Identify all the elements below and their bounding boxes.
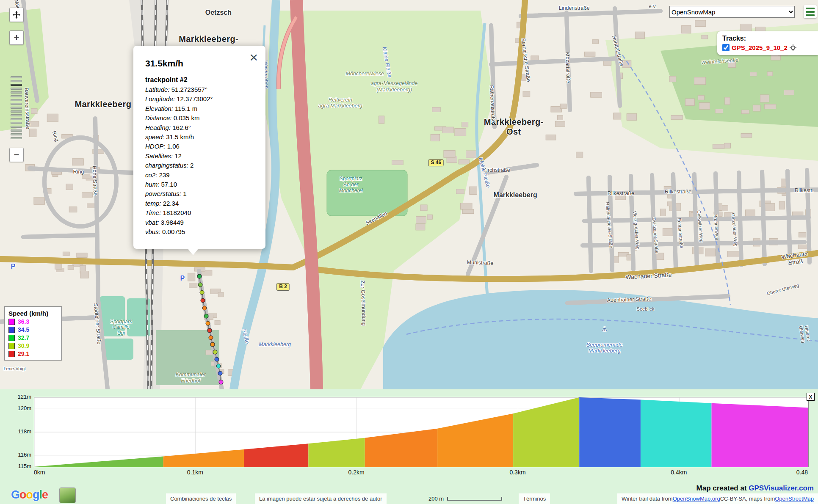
zoom-level-notch[interactable] (11, 126, 22, 128)
profile-segment (513, 397, 579, 467)
openstreetmap-link[interactable]: OpenStreetMap (775, 496, 814, 502)
zoom-level-notch[interactable] (11, 122, 22, 124)
legend-value: 29.1 (18, 350, 29, 357)
zoom-level-notch[interactable] (11, 88, 22, 90)
track-point[interactable] (218, 371, 222, 376)
map-viewport[interactable]: OetzschMarkkleeberg-MarkkleebergMönchere… (0, 0, 818, 389)
track-point[interactable] (209, 335, 213, 340)
basemap-select[interactable]: OpenSnowMap (669, 6, 795, 18)
zoom-level-notch[interactable] (11, 84, 22, 86)
attribution-text: CC-BY-SA, maps from (720, 496, 775, 502)
profile-x-tick: 0.1km (187, 469, 203, 476)
legend-swatch (8, 351, 15, 357)
google-letter: o (26, 488, 33, 501)
popup-close-icon[interactable]: × (249, 50, 258, 64)
zoom-level-notch[interactable] (11, 99, 22, 101)
popup-field: speed: 31.5 km/h (145, 132, 254, 142)
zoom-to-track-icon[interactable] (790, 44, 796, 51)
map-thumbnail[interactable] (59, 487, 76, 503)
gpsvisualizer-link[interactable]: GPSVisualizer.com (749, 484, 814, 492)
legend-value: 36.3 (18, 318, 29, 325)
speed-legend-item: 30.9 (8, 342, 58, 349)
zoom-in-button[interactable]: + (9, 30, 24, 45)
track-point[interactable] (213, 350, 218, 354)
popup-title: 31.5km/h (145, 58, 254, 69)
track-point[interactable] (204, 314, 208, 319)
zoom-level-notch[interactable] (11, 91, 22, 94)
track-point[interactable] (197, 274, 202, 279)
copyright-notice: La imagen puede estar sujeta a derechos … (255, 493, 387, 504)
popup-field: co2: 239 (145, 171, 254, 180)
profile-close-button[interactable]: X (807, 393, 815, 401)
profile-segment (437, 413, 513, 467)
legend-swatch (8, 335, 15, 341)
legend-swatch (8, 327, 15, 333)
track-visibility-checkbox[interactable] (722, 44, 730, 51)
popup-field: hum: 57.10 (145, 180, 254, 189)
pitch-area (104, 339, 133, 360)
popup-subtitle: trackpoint #2 (145, 76, 254, 84)
pan-control-button[interactable] (9, 8, 24, 22)
track-name-label: GPS_2025_9_10_2 (732, 44, 788, 51)
zoom-level-notch[interactable] (11, 95, 22, 97)
track-point[interactable] (218, 380, 223, 385)
popup-fields: Latitude: 51.2723557°Longitude: 12.37730… (145, 85, 254, 237)
elevation-profile-plot (34, 397, 809, 467)
popup-field: vbat: 3.98449 (145, 218, 254, 227)
legend-value: 34.5 (18, 326, 29, 333)
track-point[interactable] (205, 321, 210, 325)
map-canvas[interactable] (0, 0, 818, 389)
track-point[interactable] (216, 364, 221, 368)
google-letter: g (33, 488, 39, 501)
speed-legend-item: 29.1 (8, 350, 58, 357)
keyboard-shortcuts-button[interactable]: Combinaciones de teclas (166, 493, 236, 504)
profile-y-tick: 116m (1, 452, 31, 458)
move-arrows-icon (12, 11, 21, 19)
zoom-level-notch[interactable] (11, 133, 22, 135)
elevation-chart (34, 397, 808, 467)
profile-segment (712, 403, 809, 467)
terms-link[interactable]: Términos (519, 493, 550, 504)
google-logo[interactable]: Google (11, 488, 48, 501)
zoom-level-notch[interactable] (11, 114, 22, 116)
legend-swatch (8, 319, 15, 325)
zoom-level-notch[interactable] (11, 137, 22, 139)
profile-y-tick: 118m (1, 428, 31, 435)
profile-x-tick: 0.4km (671, 469, 687, 476)
zoom-level-notch[interactable] (11, 110, 22, 113)
map-created-line: Map created at GPSVisualizer.com (696, 484, 814, 493)
zoom-level-notch[interactable] (11, 129, 22, 132)
track-point[interactable] (200, 290, 204, 295)
google-letter: o (19, 488, 26, 501)
profile-segment (163, 449, 244, 467)
menu-hamburger-icon[interactable] (804, 5, 817, 18)
popup-field: Longitude: 12.3773002° (145, 94, 254, 104)
profile-segment (641, 399, 712, 467)
track-point[interactable] (214, 357, 219, 362)
popup-field: HDOP: 1.06 (145, 142, 254, 151)
track-point[interactable] (207, 328, 212, 333)
zoom-level-notch[interactable] (11, 118, 22, 120)
popup-field: Time: 18182040 (145, 208, 254, 218)
profile-x-tick: 0km (34, 469, 45, 476)
attribution: Winter trail data from OpenSnowMap.org C… (617, 493, 818, 504)
scale-text: 200 m (428, 496, 444, 502)
zoom-slider[interactable] (11, 76, 22, 141)
track-point[interactable] (210, 342, 215, 347)
popup-field: Heading: 162.6° (145, 123, 254, 132)
popup-field: vbus: 0.00795 (145, 227, 254, 237)
profile-segment (34, 456, 163, 467)
profile-segment (579, 397, 641, 467)
profile-x-tick: 0.48 (796, 469, 808, 476)
track-point[interactable] (202, 306, 207, 310)
popup-field: Distance: 0.035 km (145, 113, 254, 123)
track-point[interactable] (198, 282, 203, 287)
zoom-level-notch[interactable] (11, 107, 22, 109)
track-point[interactable] (201, 298, 205, 303)
zoom-level-notch[interactable] (11, 103, 22, 105)
zoom-out-button[interactable]: − (9, 148, 24, 162)
google-letter: G (11, 488, 19, 501)
zoom-level-notch[interactable] (11, 76, 22, 78)
opensnowmap-link[interactable]: OpenSnowMap.org (673, 496, 720, 502)
zoom-level-notch[interactable] (11, 80, 22, 82)
